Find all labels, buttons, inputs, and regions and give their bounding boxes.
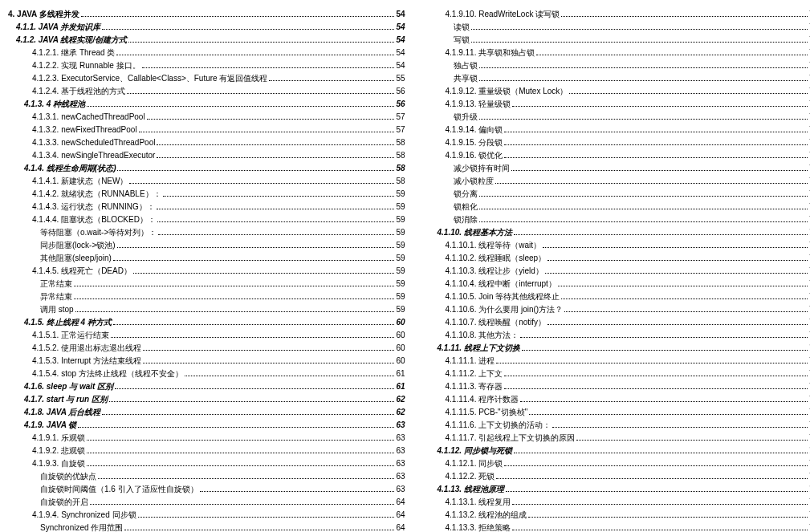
toc-entry[interactable]: 4.1.8. JAVA 后台线程62 bbox=[8, 406, 405, 419]
toc-entry[interactable]: 4.1.12.2. 死锁76 bbox=[421, 470, 811, 483]
toc-entry[interactable]: 4.1.4.4. 阻塞状态（BLOCKED）：59 bbox=[8, 213, 405, 226]
toc-entry[interactable]: Synchronized 作用范围64 bbox=[8, 522, 405, 532]
toc-entry[interactable]: 4.1.10.1. 线程等待（wait）73 bbox=[421, 239, 811, 252]
toc-entry[interactable]: 自旋锁的开启64 bbox=[8, 496, 405, 509]
toc-entry[interactable]: 4.1.11.2. 上下文75 bbox=[421, 368, 811, 380]
toc-entry[interactable]: 减少锁持有时间72 bbox=[421, 162, 811, 175]
toc-entry[interactable]: 4.1.10.2. 线程睡眠（sleep）73 bbox=[421, 252, 811, 265]
toc-entry[interactable]: 正常结束59 bbox=[8, 278, 405, 290]
toc-entry[interactable]: 4.1.4.1. 新建状态（NEW）58 bbox=[8, 175, 405, 188]
toc-entry[interactable]: 4.1.1. JAVA 并发知识库54 bbox=[8, 21, 405, 34]
toc-entry[interactable]: 同步阻塞(lock->锁池)59 bbox=[8, 239, 405, 252]
toc-entry[interactable]: 异常结束59 bbox=[8, 290, 405, 303]
toc-entry[interactable]: 4.1.3.3. newScheduledThreadPool58 bbox=[8, 136, 405, 149]
toc-leader-dots bbox=[479, 196, 808, 197]
toc-entry[interactable]: 读锁70 bbox=[421, 21, 811, 34]
toc-leader-dots bbox=[504, 388, 808, 389]
toc-entry[interactable]: 4.1.13.1. 线程复用76 bbox=[421, 496, 811, 509]
toc-entry[interactable]: 4.1.13.3. 拒绝策略78 bbox=[421, 522, 811, 532]
toc-entry[interactable]: 4.1.11.6. 上下文切换的活动：76 bbox=[421, 419, 811, 432]
toc-leader-dots bbox=[576, 440, 808, 441]
toc-entry[interactable]: 4.1.5. 终止线程 4 种方式60 bbox=[8, 316, 405, 329]
toc-entry[interactable]: 4.1.3.2. newFixedThreadPool57 bbox=[8, 124, 405, 136]
toc-entry[interactable]: 4.1.10.7. 线程唤醒（notify）74 bbox=[421, 316, 811, 329]
toc-entry[interactable]: 4.1.2.1. 继承 Thread 类54 bbox=[8, 47, 405, 59]
toc-entry[interactable]: 4.1.10.4. 线程中断（interrupt）73 bbox=[421, 278, 811, 290]
toc-entry[interactable]: 4.1.9.4. Synchronized 同步锁64 bbox=[8, 509, 405, 522]
toc-entry[interactable]: 4.1.10.5. Join 等待其他线程终止74 bbox=[421, 290, 811, 303]
toc-leader-dots bbox=[78, 427, 394, 428]
toc-title: 4.1.12.1. 同步锁 bbox=[446, 457, 503, 470]
toc-entry[interactable]: 4.1.2.3. ExecutorService、Callable<Class>… bbox=[8, 72, 405, 85]
toc-entry[interactable]: 4.1.13. 线程池原理76 bbox=[421, 483, 811, 496]
toc-entry[interactable]: 4.1.12.1. 同步锁76 bbox=[421, 457, 811, 470]
toc-entry[interactable]: 锁消除72 bbox=[421, 213, 811, 226]
toc-page-number: 64 bbox=[396, 509, 405, 522]
toc-page-number: 59 bbox=[396, 239, 405, 252]
toc-entry[interactable]: 自旋锁的优缺点63 bbox=[8, 470, 405, 483]
toc-title: 4.1.13.2. 线程池的组成 bbox=[446, 509, 527, 522]
toc-leader-dots bbox=[552, 427, 808, 428]
toc-entry[interactable]: 4.1.12. 同步锁与死锁76 bbox=[421, 445, 811, 457]
toc-entry[interactable]: 4.1.9.3. 自旋锁63 bbox=[8, 457, 405, 470]
toc-entry[interactable]: 4.1.11.4. 程序计数器75 bbox=[421, 393, 811, 406]
toc-entry[interactable]: 4.1.2.2. 实现 Runnable 接口。54 bbox=[8, 59, 405, 72]
toc-entry[interactable]: 调用 stop59 bbox=[8, 303, 405, 316]
toc-entry[interactable]: 写锁70 bbox=[421, 34, 811, 47]
toc-page-number: 54 bbox=[396, 8, 405, 21]
toc-title: 4.1.2. JAVA 线程实现/创建方式 bbox=[16, 34, 127, 47]
toc-entry[interactable]: 4.1.11.5. PCB-"切换桢"75 bbox=[421, 406, 811, 419]
toc-entry[interactable]: 4.1.9.2. 悲观锁63 bbox=[8, 445, 405, 457]
toc-entry[interactable]: 锁分离72 bbox=[421, 188, 811, 201]
toc-title: 4.1.3.2. newFixedThreadPool bbox=[32, 124, 137, 136]
toc-entry[interactable]: 自旋锁时间阈值（1.6 引入了适应性自旋锁）63 bbox=[8, 483, 405, 496]
toc-entry[interactable]: 4.1.13.2. 线程池的组成76 bbox=[421, 509, 811, 522]
toc-leader-dots bbox=[87, 440, 394, 441]
toc-leader-dots bbox=[74, 298, 394, 299]
toc-entry[interactable]: 4.1.5.1. 正常运行结束60 bbox=[8, 329, 405, 342]
toc-entry[interactable]: 4.1.9.1. 乐观锁63 bbox=[8, 432, 405, 445]
toc-entry[interactable]: 锁升级71 bbox=[421, 111, 811, 124]
toc-entry[interactable]: 4.1.3.4. newSingleThreadExecutor58 bbox=[8, 149, 405, 162]
toc-entry[interactable]: 等待阻塞（o.wait->等待对列）：59 bbox=[8, 226, 405, 239]
toc-entry[interactable]: 4.1.5.2. 使用退出标志退出线程60 bbox=[8, 342, 405, 355]
toc-entry[interactable]: 4.1.4.3. 运行状态（RUNNING）：59 bbox=[8, 201, 405, 213]
toc-page-number: 59 bbox=[396, 278, 405, 290]
toc-entry[interactable]: 4.1.9.14. 偏向锁71 bbox=[421, 124, 811, 136]
toc-entry[interactable]: 4.1.10. 线程基本方法72 bbox=[421, 226, 811, 239]
toc-entry[interactable]: 4.1.4. 线程生命周期(状态)58 bbox=[8, 162, 405, 175]
toc-entry[interactable]: 4.1.9.12. 重量级锁（Mutex Lock）71 bbox=[421, 85, 811, 98]
toc-entry[interactable]: 4.1.9. JAVA 锁63 bbox=[8, 419, 405, 432]
toc-entry[interactable]: 4.1.9.15. 分段锁71 bbox=[421, 136, 811, 149]
toc-entry[interactable]: 4.1.3. 4 种线程池56 bbox=[8, 98, 405, 111]
toc-entry[interactable]: 4.1.10.3. 线程让步（yield）73 bbox=[421, 265, 811, 278]
toc-entry[interactable]: 4.1.9.11. 共享锁和独占锁70 bbox=[421, 47, 811, 59]
toc-entry[interactable]: 4.1.4.5. 线程死亡（DEAD）59 bbox=[8, 265, 405, 278]
toc-entry[interactable]: 4.1.6. sleep 与 wait 区别61 bbox=[8, 380, 405, 393]
toc-entry[interactable]: 4.1.11.3. 寄存器75 bbox=[421, 380, 811, 393]
toc-leader-dots bbox=[569, 93, 808, 94]
toc-entry[interactable]: 4.1.9.10. ReadWriteLock 读写锁70 bbox=[421, 8, 811, 21]
toc-entry[interactable]: 4.1.11.7. 引起线程上下文切换的原因76 bbox=[421, 432, 811, 445]
toc-entry[interactable]: 其他阻塞(sleep/join)59 bbox=[8, 252, 405, 265]
toc-entry[interactable]: 4.1.7. start 与 run 区别62 bbox=[8, 393, 405, 406]
toc-entry[interactable]: 共享锁70 bbox=[421, 72, 811, 85]
toc-entry[interactable]: 锁粗化72 bbox=[421, 201, 811, 213]
toc-entry[interactable]: 减小锁粒度72 bbox=[421, 175, 811, 188]
toc-entry[interactable]: 4.1.5.3. Interrupt 方法结束线程60 bbox=[8, 355, 405, 368]
toc-entry[interactable]: 4.1.10.8. 其他方法：74 bbox=[421, 329, 811, 342]
toc-entry[interactable]: 4.1.5.4. stop 方法终止线程（线程不安全）61 bbox=[8, 368, 405, 380]
toc-entry[interactable]: 4.1.9.13. 轻量级锁71 bbox=[421, 98, 811, 111]
toc-entry[interactable]: 4.1.2. JAVA 线程实现/创建方式54 bbox=[8, 34, 405, 47]
toc-entry[interactable]: 独占锁70 bbox=[421, 59, 811, 72]
toc-entry[interactable]: 4.1.4.2. 就绪状态（RUNNABLE）：59 bbox=[8, 188, 405, 201]
toc-entry[interactable]: 4.1.2.4. 基于线程池的方式56 bbox=[8, 85, 405, 98]
toc-entry[interactable]: 4.1.9.16. 锁优化71 bbox=[421, 149, 811, 162]
toc-leader-dots bbox=[90, 504, 394, 505]
toc-entry[interactable]: 4. JAVA 多线程并发54 bbox=[8, 8, 405, 21]
toc-entry[interactable]: 4.1.10.6. 为什么要用 join()方法？74 bbox=[421, 303, 811, 316]
toc-entry[interactable]: 4.1.3.1. newCachedThreadPool57 bbox=[8, 111, 405, 124]
toc-right-column: 4.1.9.10. ReadWriteLock 读写锁70读锁70写锁704.1… bbox=[421, 8, 811, 532]
toc-entry[interactable]: 4.1.11. 线程上下文切换75 bbox=[421, 342, 811, 355]
toc-entry[interactable]: 4.1.11.1. 进程75 bbox=[421, 355, 811, 368]
